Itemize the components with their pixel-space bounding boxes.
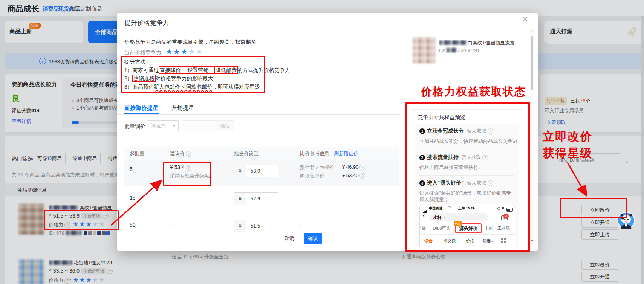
annotation-box-reprice-button [560, 198, 627, 218]
bulk-adjust-label: 批量调价 [124, 123, 145, 130]
refresh-estimate-link[interactable]: 刷新预估价 [334, 150, 358, 157]
question-icon[interactable]: ? [359, 165, 365, 170]
modal-product-id: ID: 33460791 [439, 47, 480, 53]
button-label: 取消 [285, 235, 294, 242]
wholesale-input-group[interactable]: ¥ [234, 165, 278, 177]
blurred-id-part [447, 48, 456, 52]
qty-cell: 5 [130, 166, 133, 172]
wholesale-price-input[interactable] [246, 193, 278, 205]
annotation-box-benefits-panel [405, 102, 530, 252]
suggest-cell: - [170, 222, 172, 228]
question-icon[interactable]: ? [186, 151, 191, 157]
col-header-qty: 起批量 [130, 150, 144, 157]
qty-cell: 50 [130, 222, 136, 228]
id-label: ID: [439, 47, 447, 53]
price-row-2: 15 - ¥ - [124, 186, 399, 214]
bulk-adjust-select[interactable]: 请选择 ∨ [148, 120, 179, 131]
wholesale-price-input[interactable] [246, 220, 278, 232]
select-placeholder: 请选择 [151, 122, 166, 129]
wholesale-input-group[interactable]: ¥ [234, 220, 278, 232]
button-label: 确认 [308, 235, 318, 242]
bulk-adjust-input[interactable] [182, 120, 217, 131]
qty-cell: 15 [130, 195, 136, 201]
current-power-label: 当前价格竞争力 [124, 49, 161, 55]
annotation-box-methods [121, 56, 265, 93]
modal-product-title: 白条纹T恤圆领显瘦宽… [439, 40, 523, 46]
question-icon[interactable]: ? [359, 173, 365, 179]
chevron-down-icon: ∨ [173, 124, 176, 128]
yuan-prefix: ¥ [234, 220, 246, 232]
tab-direct-discount[interactable]: 直接降价提星 [124, 105, 158, 112]
star-rating-empty: ★★ [188, 47, 203, 56]
blurred-title-part [439, 40, 466, 45]
compare-cell: - [300, 195, 302, 201]
col-header-suggest: 建议价? [170, 150, 191, 157]
current-power-row: 当前价格竞争力 ★★★★★ [124, 47, 203, 56]
confirm-button[interactable]: 确认 [304, 233, 322, 244]
annotation-cta-line2: 获得星级 [543, 145, 592, 161]
compare-cell: - [300, 222, 302, 228]
compare-label: 同款包邮价 [300, 173, 324, 179]
tab-divider [117, 114, 400, 115]
yuan-prefix: ¥ [234, 193, 246, 205]
star-rating-filled: ★★★ [166, 47, 188, 56]
annotation-cta-line1: 立即改价 [543, 129, 592, 145]
close-icon[interactable]: × [523, 14, 528, 24]
tab-marketing[interactable]: 营销提星 [171, 105, 194, 112]
price-table-header: 起批量 建议价? 批发价设置 比价参考信息 刷新预估价 [124, 147, 399, 160]
bulk-confirm-button[interactable]: 确定 [216, 120, 234, 131]
button-label: 确定 [220, 122, 230, 129]
annotation-box-suggest-price [163, 162, 211, 186]
modal-scrollbar[interactable]: ▲ ▼ [530, 29, 534, 246]
suggest-cell: - [170, 195, 172, 201]
scroll-down-icon[interactable]: ▼ [531, 239, 534, 243]
compare-value: ¥ 46.90? [342, 164, 365, 170]
compare-label: 预估新人包邮价 [300, 164, 334, 171]
col-header-compare: 比价参考信息 [300, 150, 329, 157]
modal-product-image [413, 37, 435, 63]
scrollbar-thumb[interactable] [531, 36, 533, 90]
col-header-wholesale: 批发价设置 [234, 150, 259, 157]
modal-title: 提升价格竞争力 [124, 18, 169, 27]
scroll-up-icon[interactable]: ▲ [531, 30, 534, 33]
id-value: 33460791 [458, 47, 480, 53]
product-title-tail: 白条纹T恤圆领显瘦宽… [468, 40, 520, 46]
yuan-prefix: ¥ [234, 165, 246, 177]
cancel-button[interactable]: 取消 [280, 233, 299, 244]
modal-intro: 价格竞争力是商品的重要流量引擎，星级越高，权益越多 [124, 39, 256, 46]
annotation-box-product-price [44, 210, 119, 230]
wholesale-input-group[interactable]: ¥ [234, 192, 278, 205]
compare-value: ¥ 53.40? [342, 173, 365, 179]
annotation-status-title: 价格力权益获取状态 [421, 84, 526, 99]
price-row-3: 50 - ¥ - [124, 214, 399, 241]
wholesale-price-input[interactable] [246, 165, 278, 177]
